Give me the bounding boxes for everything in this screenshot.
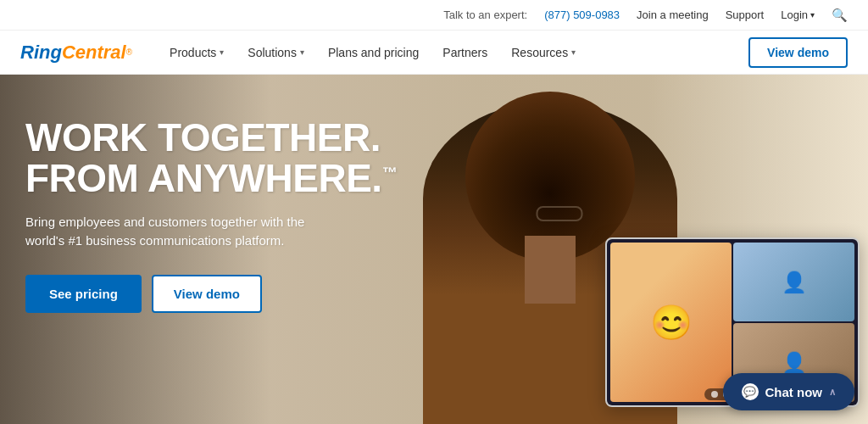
logo[interactable]: RingCentral® [20,42,132,64]
hero-headline-line1: WORK TOGETHER. [25,117,397,158]
hero-buttons: See pricing View demo [25,275,397,313]
logo-trademark: ® [126,47,132,57]
ctrl-dot-1 [711,391,718,398]
chat-icon: 💬 [742,383,759,400]
logo-central: Central [62,42,126,64]
talk-label: Talk to an expert: [443,8,527,21]
login-link[interactable]: Login ▾ [781,8,815,21]
nav-items: Products ▾ Solutions ▾ Plans and pricing… [159,39,748,66]
hero-trademark: ™ [382,165,398,181]
resources-chevron-icon: ▾ [571,47,576,57]
hero-headline: WORK TOGETHER. FROM ANYWHERE.™ [25,117,397,199]
hero-subheadline: Bring employees and customers together w… [25,213,339,251]
solutions-chevron-icon: ▾ [300,47,304,57]
person-glasses [537,206,583,221]
hero-section: 😊 👤 👤 WORK TOGETHER. FROM ANYWHERE.™ Bri… [0,75,868,424]
video-face-2: 👤 [733,243,854,321]
logo-ring: Ring [20,42,62,64]
view-demo-nav-button[interactable]: View demo [748,37,848,68]
join-meeting-link[interactable]: Join a meeting [637,8,709,21]
nav-item-solutions[interactable]: Solutions ▾ [237,39,314,66]
chat-now-button[interactable]: 💬 Chat now ∧ [723,373,855,410]
nav-item-products[interactable]: Products ▾ [159,39,234,66]
video-tile-2: 👤 [733,243,854,321]
video-tile-1: 😊 [610,243,732,402]
video-face-1: 😊 [610,243,732,402]
hero-content: WORK TOGETHER. FROM ANYWHERE.™ Bring emp… [25,117,397,313]
support-link[interactable]: Support [726,8,765,21]
search-icon[interactable]: 🔍 [832,8,848,23]
view-demo-hero-button[interactable]: View demo [152,275,262,313]
nav-item-partners[interactable]: Partners [432,39,498,66]
phone-number[interactable]: (877) 509-0983 [544,8,620,21]
chat-label: Chat now [765,385,823,399]
login-chevron-icon: ▾ [810,10,815,20]
nav-bar: RingCentral® Products ▾ Solutions ▾ Plan… [0,31,868,75]
nav-item-plans[interactable]: Plans and pricing [318,39,429,66]
hero-headline-line2: FROM ANYWHERE.™ [25,158,397,198]
person-neck [525,236,576,304]
see-pricing-button[interactable]: See pricing [25,275,142,313]
nav-item-resources[interactable]: Resources ▾ [501,39,586,66]
products-chevron-icon: ▾ [220,47,224,57]
top-bar: Talk to an expert: (877) 509-0983 Join a… [0,0,868,31]
chat-chevron-icon: ∧ [829,387,836,398]
